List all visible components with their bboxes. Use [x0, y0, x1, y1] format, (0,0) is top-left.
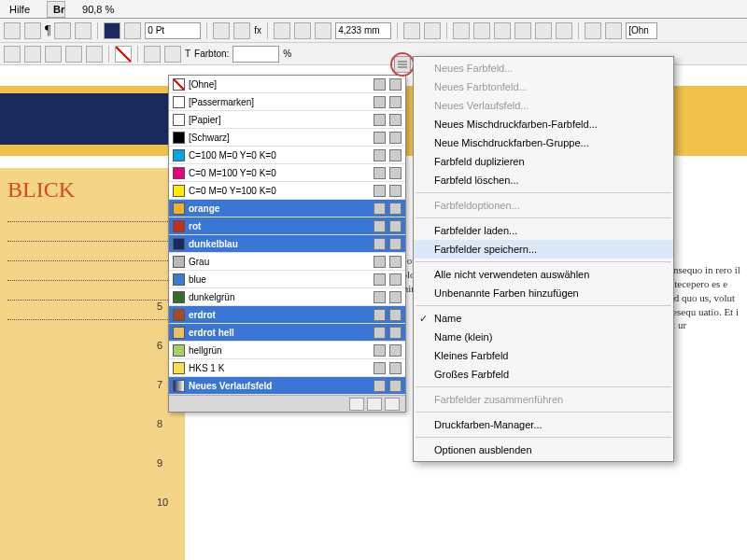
swatch-name: dunkelblau — [189, 239, 370, 249]
menu-item[interactable]: Farbfeld duplizieren — [414, 152, 673, 171]
swatch-mode-icon — [389, 327, 402, 339]
tool-icon[interactable] — [4, 22, 21, 39]
tool-icon[interactable] — [164, 46, 181, 63]
tool-icon[interactable] — [585, 22, 601, 39]
tool-icon[interactable] — [45, 46, 62, 63]
bridge-button[interactable]: Br — [47, 1, 65, 18]
tool-icon[interactable] — [144, 46, 161, 63]
zoom-level[interactable]: 90,8 % — [77, 2, 120, 17]
swatch-row[interactable]: erdrot hell — [169, 324, 405, 342]
swatches-list[interactable]: [Ohne][Passermarken][Papier][Schwarz]C=1… — [169, 76, 405, 395]
swatch-row[interactable]: blue — [169, 271, 405, 288]
swatch-row[interactable]: [Papier] — [169, 111, 405, 129]
menu-item[interactable]: Großes Farbfeld — [414, 365, 673, 384]
swatch-type-icon — [374, 78, 386, 91]
swatch-mode-icon — [389, 309, 402, 321]
tool-icon[interactable] — [54, 22, 71, 39]
swatches-flyout-menu[interactable]: Neues Farbfeld...Neues Farbtonfeld...Neu… — [413, 56, 674, 462]
tool-icon[interactable] — [605, 22, 622, 39]
tool-icon[interactable] — [86, 46, 103, 63]
menu-item[interactable]: Kleines Farbfeld — [414, 346, 673, 365]
menu-item[interactable]: Farbfelder laden... — [414, 221, 673, 240]
tool-icon[interactable] — [424, 22, 441, 39]
swatch-type-icon — [374, 362, 386, 374]
menu-item[interactable]: Farbfeld löschen... — [414, 171, 673, 189]
swatch-name: Grau — [189, 257, 370, 267]
tool-icon[interactable] — [315, 22, 331, 39]
new-swatch-button[interactable] — [367, 398, 382, 411]
swatch-row[interactable]: C=0 M=0 Y=100 K=0 — [169, 182, 405, 200]
menu-item[interactable]: Druckfarben-Manager... — [414, 415, 673, 434]
menu-item-label: Farbfelder speichern... — [434, 244, 537, 255]
tool-icon[interactable] — [233, 22, 250, 39]
measure-input[interactable] — [335, 22, 391, 39]
swatch-row[interactable]: hellgrün — [169, 342, 405, 359]
tint-input[interactable] — [233, 46, 279, 63]
swatch-name: rot — [189, 221, 370, 231]
tool-icon[interactable] — [24, 46, 41, 63]
stroke-weight-input[interactable] — [145, 22, 201, 39]
tool-icon[interactable] — [556, 22, 572, 39]
tool-icon[interactable] — [4, 46, 21, 63]
swatch-row[interactable]: erdrot — [169, 306, 405, 324]
tool-icon[interactable] — [535, 22, 552, 39]
menu-item[interactable]: Unbenannte Farben hinzufügen — [414, 284, 673, 302]
swatch-type-icon — [374, 167, 386, 179]
swatch-row[interactable]: Grau — [169, 253, 405, 271]
menu-item-label: Neue Mischdruckfarben-Gruppe... — [434, 137, 589, 148]
menu-item[interactable]: ✓Name — [414, 309, 673, 328]
swatches-panel[interactable]: [Ohne][Passermarken][Papier][Schwarz]C=1… — [168, 75, 406, 413]
menu-item[interactable]: Neue Mischdruckfarben-Gruppe... — [414, 133, 673, 152]
menu-item[interactable]: Alle nicht verwendeten auswählen — [414, 265, 673, 284]
tool-icon[interactable] — [453, 22, 470, 39]
style-field[interactable] — [626, 22, 657, 39]
menubar[interactable]: Hilfe Br 90,8 % — [0, 0, 747, 19]
fill-swatch[interactable] — [104, 22, 120, 39]
swatch-row[interactable]: Neues Verlaufsfeld — [169, 377, 405, 395]
panel-menu-button[interactable] — [394, 56, 411, 73]
menu-item[interactable]: Optionen ausblenden — [414, 441, 673, 459]
menu-item-label: Unbenannte Farben hinzufügen — [434, 287, 579, 299]
tool-icon[interactable] — [294, 22, 311, 39]
control-strip: ¶ fx — [0, 19, 747, 43]
menu-item-label: Druckfarben-Manager... — [434, 419, 543, 430]
swatch-type-icon — [374, 203, 386, 215]
tool-icon[interactable] — [24, 22, 41, 39]
swatch-row[interactable]: dunkelblau — [169, 235, 405, 253]
tool-icon[interactable] — [75, 22, 92, 39]
tool-icon[interactable] — [514, 22, 531, 39]
tool-icon[interactable] — [494, 22, 511, 39]
swatch-row[interactable]: rot — [169, 217, 405, 235]
swatch-type-icon — [374, 291, 386, 303]
menu-item[interactable]: Name (klein) — [414, 328, 673, 346]
swatch-row[interactable]: dunkelgrün — [169, 288, 405, 306]
paragraph-icon[interactable]: ¶ — [45, 23, 50, 38]
swatch-name: hellgrün — [189, 345, 370, 356]
swatch-row[interactable]: [Passermarken] — [169, 93, 405, 111]
none-swatch[interactable] — [115, 46, 132, 63]
swatch-name: blue — [189, 274, 370, 285]
menu-item: Farbfeldoptionen... — [414, 196, 673, 215]
menu-item[interactable]: Neues Mischdruckfarben-Farbfeld... — [414, 115, 673, 133]
swatch-row[interactable]: [Schwarz] — [169, 129, 405, 147]
tool-icon[interactable] — [473, 22, 490, 39]
menu-item[interactable]: Farbfelder speichern... — [414, 240, 673, 259]
swatch-chip — [173, 309, 185, 321]
delete-swatch-button[interactable] — [385, 398, 400, 411]
swatch-name: [Schwarz] — [189, 133, 370, 143]
tool-icon[interactable] — [403, 22, 420, 39]
tool-icon[interactable] — [274, 22, 290, 39]
stroke-swatch[interactable] — [124, 22, 141, 39]
swatch-name: C=0 M=100 Y=0 K=0 — [189, 168, 370, 178]
swatch-row[interactable]: HKS 1 K — [169, 359, 405, 377]
swatch-chip — [173, 273, 185, 286]
tool-icon[interactable] — [213, 22, 230, 39]
menu-help[interactable]: Hilfe — [4, 2, 35, 17]
tool-icon[interactable] — [65, 46, 82, 63]
swatch-row[interactable]: [Ohne] — [169, 76, 405, 93]
swatch-type-icon — [374, 238, 386, 250]
swatch-row[interactable]: orange — [169, 200, 405, 217]
swatch-row[interactable]: C=0 M=100 Y=0 K=0 — [169, 164, 405, 182]
new-swatch-button[interactable] — [349, 398, 364, 411]
swatch-row[interactable]: C=100 M=0 Y=0 K=0 — [169, 147, 405, 164]
